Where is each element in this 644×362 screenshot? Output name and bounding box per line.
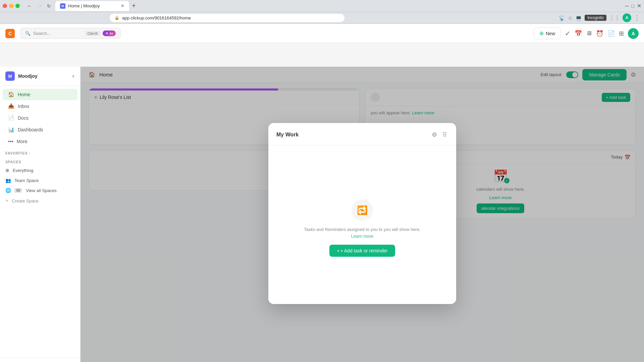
create-space-label: Create Space [12, 198, 39, 203]
grid-icon-btn[interactable]: ⊞ [619, 30, 624, 37]
ai-label: AI [110, 32, 113, 36]
search-placeholder: Search... [33, 31, 51, 36]
more-nav-label: More [17, 139, 28, 144]
create-space-plus-icon: + [5, 198, 8, 204]
window-minimize-btn[interactable]: ─ [625, 3, 629, 9]
ctrl-k-shortcut: Ctrl+K [86, 31, 100, 36]
url-text: app.clickup.com/9016164592/home [122, 15, 191, 20]
workspace-name: Moodjoy [18, 73, 38, 79]
search-icon: 🔍 [25, 31, 31, 36]
sidebar-item-more[interactable]: ••• More [3, 136, 77, 147]
maximize-btn[interactable] [15, 4, 20, 8]
add-task-reminder-label: + Add task or reminder [340, 248, 387, 253]
new-button[interactable]: ⊕ New [534, 27, 561, 39]
view-all-spaces-icon: 🌐 [5, 188, 11, 193]
inbox-nav-icon: 📥 [8, 103, 14, 109]
add-task-or-reminder-button[interactable]: + + Add task or reminder [329, 245, 395, 257]
add-task-plus-icon: + [337, 248, 339, 253]
favorites-label: Favorites [5, 151, 28, 155]
tab-close-icon[interactable]: ✕ [121, 3, 124, 8]
sidebar-item-docs[interactable]: 📄 Docs [3, 112, 77, 124]
docs-nav-icon: 📄 [8, 115, 14, 121]
calendar-topbar-icon[interactable]: 📅 [575, 30, 582, 37]
new-label: New [546, 31, 555, 36]
app-logo: C [5, 29, 15, 38]
close-btn[interactable] [3, 4, 7, 8]
browser-tab[interactable]: M Home | Moodjoy ✕ [55, 1, 129, 11]
empty-work-icon: 🔁 [352, 199, 373, 221]
modal-overlay[interactable]: My Work ⚙ ⠿ 🔁 Tasks and Reminders assign… [80, 67, 644, 362]
extensions-icon[interactable]: ⋮⋮ [609, 15, 620, 21]
spaces-section-title: Spaces [0, 159, 80, 165]
my-work-gear-icon[interactable]: ⚙ [430, 130, 438, 140]
ai-badge[interactable]: ✦ AI [103, 31, 116, 36]
view-all-prefix: 98 [14, 188, 22, 193]
reload-button[interactable]: ↻ [45, 3, 53, 9]
forward-button[interactable]: → [35, 2, 44, 10]
device-icon[interactable]: 💻 [575, 15, 582, 21]
team-space-icon: 👥 [5, 178, 11, 183]
back-button[interactable]: ← [25, 2, 34, 10]
new-tab-button[interactable]: + [132, 2, 136, 10]
my-work-modal: My Work ⚙ ⠿ 🔁 Tasks and Reminders assign… [268, 123, 456, 304]
user-avatar[interactable]: A [628, 28, 639, 39]
plus-icon: ⊕ [539, 30, 544, 37]
my-work-title: My Work [276, 132, 428, 138]
address-bar[interactable]: 🔒 app.clickup.com/9016164592/home [110, 14, 344, 22]
favorites-section-title: Favorites › [5, 151, 75, 155]
check-icon-btn[interactable]: ✓ [565, 29, 571, 38]
chevron-right-icon: › [29, 152, 30, 155]
workspace-chevron-icon: ∨ [72, 74, 75, 78]
lock-icon: 🔒 [114, 15, 119, 20]
docs-nav-label: Docs [18, 115, 29, 121]
tab-favicon: M [60, 3, 65, 9]
main-content: 🏠 Home Edit layout: Manage Cards ⚙ ≡ Lil… [80, 67, 644, 362]
more-nav-icon: ••• [8, 138, 13, 144]
everything-icon: ⊕ [5, 168, 9, 173]
sidebar-item-team-space[interactable]: 👥 Team Space [0, 175, 80, 185]
sidebar-item-inbox[interactable]: 📥 Inbox [3, 101, 77, 112]
dashboards-nav-icon: 📊 [8, 127, 14, 133]
inbox-nav-label: Inbox [18, 104, 29, 109]
chrome-menu[interactable]: ⋮ [634, 14, 640, 21]
sidebar-item-create-space[interactable]: + Create Space [0, 195, 80, 206]
ai-star-icon: ✦ [105, 31, 108, 36]
profile-avatar[interactable]: A [623, 13, 631, 22]
search-bar[interactable]: 🔍 Search... Ctrl+K ✦ AI [20, 28, 121, 39]
workspace-icon: M [5, 71, 15, 81]
window-close-btn[interactable]: ✕ [637, 3, 641, 9]
bookmark-icon[interactable]: ☆ [568, 15, 573, 21]
home-nav-label: Home [18, 92, 30, 97]
window-restore-btn[interactable]: □ [632, 3, 634, 9]
incognito-icon[interactable]: Incognito [585, 15, 606, 21]
clock-icon-btn[interactable]: ⏰ [596, 30, 603, 37]
sidebar-item-view-all-spaces[interactable]: 🌐 98 View all Spaces [0, 185, 80, 195]
doc-icon-btn[interactable]: 📄 [607, 30, 615, 37]
empty-work-text: Tasks and Reminders assigned to you to y… [302, 226, 423, 239]
my-work-drag-icon[interactable]: ⠿ [441, 130, 448, 140]
tab-title: Home | Moodjoy [68, 3, 100, 8]
sidebar-item-everything[interactable]: ⊕ Everything [0, 165, 80, 175]
dashboards-nav-label: Dashboards [18, 127, 43, 132]
sidebar-item-home[interactable]: 🏠 Home [3, 89, 77, 100]
minimize-btn[interactable] [9, 4, 13, 8]
view-all-spaces-label: View all Spaces [26, 188, 57, 193]
cast-icon[interactable]: 📡 [558, 15, 565, 21]
home-nav-icon: 🏠 [8, 92, 14, 98]
sidebar-item-dashboards[interactable]: 📊 Dashboards [3, 124, 77, 135]
everything-label: Everything [13, 168, 33, 173]
screen-icon-btn[interactable]: 🖥 [586, 30, 592, 37]
sidebar: M Moodjoy ∨ 🏠 Home 📥 Inbox 📄 Docs 📊 Dash… [0, 67, 80, 362]
my-work-learn-more[interactable]: Learn more [351, 234, 373, 239]
team-space-label: Team Space [14, 178, 39, 183]
